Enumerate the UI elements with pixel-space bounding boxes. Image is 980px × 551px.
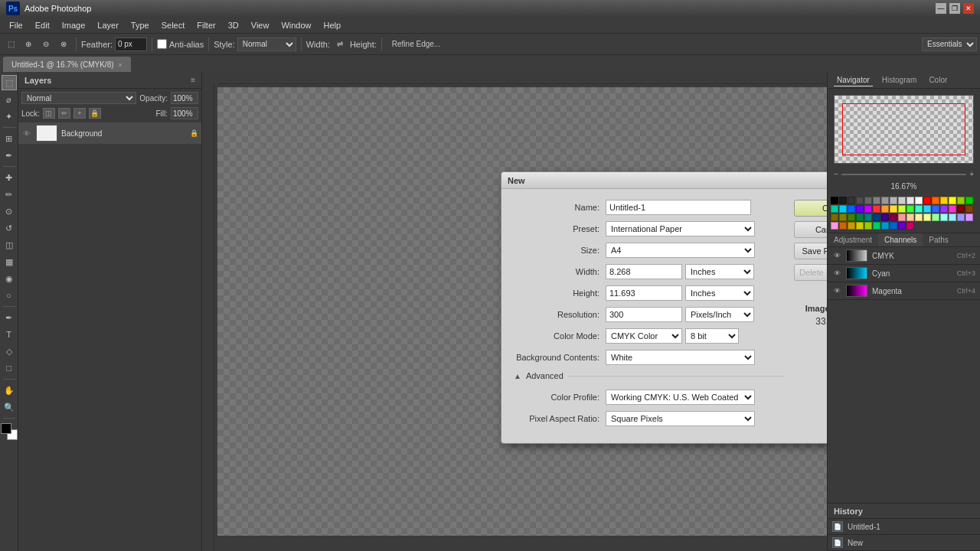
- tool-magic-wand[interactable]: ✦: [2, 109, 17, 124]
- swatch-6600ff[interactable]: [856, 205, 864, 213]
- swatch-008040[interactable]: [856, 214, 864, 221]
- channel-cmyk[interactable]: 👁 CMYK Ctrl+2: [828, 247, 980, 265]
- swatch-ffee99[interactable]: [915, 214, 923, 221]
- swatch-cc9900[interactable]: [848, 222, 855, 230]
- toolbar-marquee-btn[interactable]: ⬚: [3, 37, 18, 52]
- swatch-408000[interactable]: [848, 214, 855, 221]
- swatch-33ff33[interactable]: [906, 205, 914, 213]
- tool-gradient[interactable]: ▦: [2, 254, 17, 269]
- tool-path-select[interactable]: ◇: [2, 344, 17, 359]
- swatch-cccc00[interactable]: [856, 222, 864, 230]
- menu-edit[interactable]: Edit: [29, 19, 56, 31]
- swatch-00ccff[interactable]: [839, 205, 847, 213]
- delete-preset-button[interactable]: Delete Preset...: [794, 264, 827, 281]
- layer-eye-icon[interactable]: 👁: [21, 129, 32, 138]
- feather-input[interactable]: [115, 37, 147, 51]
- channel-magenta-eye[interactable]: 👁: [832, 286, 841, 295]
- swatch-cccccc[interactable]: [898, 197, 906, 204]
- swatch-00cc00[interactable]: [965, 197, 973, 204]
- swatch-0099cc[interactable]: [881, 222, 889, 230]
- swatch-0066cc[interactable]: [890, 222, 897, 230]
- doc-tab[interactable]: Untitled-1 @ 16.7% (CMYK/8) ×: [3, 57, 131, 72]
- opacity-input[interactable]: [171, 92, 198, 104]
- swatch-800040[interactable]: [890, 214, 897, 221]
- swatch-ff6600[interactable]: [932, 197, 939, 204]
- swatch-3366ff[interactable]: [932, 205, 939, 213]
- swap-wh-btn[interactable]: ⇌: [332, 37, 348, 52]
- swatch-ff0000[interactable]: [923, 197, 931, 204]
- swatch-806600[interactable]: [831, 214, 838, 221]
- history-item-1[interactable]: 📄 New: [828, 535, 980, 551]
- color-depth-select[interactable]: 8 bit16 bit: [685, 328, 739, 344]
- maximize-button[interactable]: ❐: [949, 3, 960, 14]
- swatch-ffdd33[interactable]: [890, 205, 897, 213]
- refine-edge-btn[interactable]: Refine Edge...: [387, 37, 446, 52]
- height-input[interactable]: [606, 285, 682, 301]
- width-input[interactable]: [606, 264, 682, 279]
- swatch-0066ff[interactable]: [848, 205, 855, 213]
- swatch-cc0066[interactable]: [906, 222, 914, 230]
- tool-history-brush[interactable]: ↺: [2, 220, 17, 236]
- layer-item-background[interactable]: 👁 Background 🔒: [18, 122, 201, 145]
- swatch-b3b3b3[interactable]: [890, 197, 897, 204]
- zoom-out-icon[interactable]: −: [834, 170, 838, 178]
- swatch-004080[interactable]: [873, 214, 880, 221]
- toolbar-new-btn[interactable]: ⊕: [21, 37, 36, 52]
- menu-view[interactable]: View: [245, 19, 276, 31]
- bg-contents-select[interactable]: WhiteBackground ColorTransparent: [606, 350, 755, 365]
- resolution-unit-select[interactable]: Pixels/InchPixels/cm: [685, 307, 754, 322]
- swatch-cc6600[interactable]: [839, 222, 847, 230]
- swatch-99cc00[interactable]: [864, 222, 872, 230]
- tool-pen[interactable]: ✒: [2, 310, 17, 325]
- tool-crop[interactable]: ⊞: [2, 131, 17, 146]
- menu-file[interactable]: File: [3, 19, 29, 31]
- menu-image[interactable]: Image: [56, 19, 92, 31]
- toolbar-intersect-btn[interactable]: ⊗: [56, 37, 71, 52]
- swatch-666666[interactable]: [864, 197, 872, 204]
- cancel-button[interactable]: Cancel: [794, 221, 827, 238]
- doc-tab-close[interactable]: ×: [119, 61, 122, 69]
- height-unit-select[interactable]: InchesPixelscm: [685, 285, 754, 301]
- swatch-4d4d4d[interactable]: [856, 197, 864, 204]
- swatch-ccff33[interactable]: [898, 205, 906, 213]
- lock-pixels[interactable]: ✏: [58, 108, 70, 119]
- swatch-99cc00[interactable]: [957, 197, 965, 204]
- swatch-808000[interactable]: [839, 214, 847, 221]
- menu-3d[interactable]: 3D: [222, 19, 245, 31]
- tool-lasso[interactable]: ⌀: [2, 92, 17, 107]
- swatch-ff9999[interactable]: [898, 214, 906, 221]
- swatch-9999ff[interactable]: [957, 214, 965, 221]
- canvas-area[interactable]: /* ruler ticks */ New ✕ Name:: [202, 72, 827, 551]
- menu-layer[interactable]: Layer: [91, 19, 125, 31]
- swatch-ffff00[interactable]: [949, 197, 956, 204]
- fg-color-swatch[interactable]: [1, 423, 11, 434]
- adjustment-tab[interactable]: Adjustment: [828, 233, 878, 246]
- tool-clone[interactable]: ⊙: [2, 204, 17, 219]
- save-preset-button[interactable]: Save Preset...: [794, 243, 827, 259]
- channels-tab[interactable]: Channels: [878, 233, 923, 246]
- swatch-6600cc[interactable]: [898, 222, 906, 230]
- swatch-33ffcc[interactable]: [915, 205, 923, 213]
- swatch-333333[interactable]: [848, 197, 855, 204]
- tool-healing[interactable]: ✚: [2, 170, 17, 185]
- swatch-ffcc99[interactable]: [906, 214, 914, 221]
- lock-transparent[interactable]: ◫: [43, 108, 55, 119]
- swatch-1a1a1a[interactable]: [839, 197, 847, 204]
- swatch-ff3333[interactable]: [873, 205, 880, 213]
- swatch-99eeff[interactable]: [949, 214, 956, 221]
- swatch-ff33cc[interactable]: [949, 205, 956, 213]
- histogram-tab[interactable]: Histogram: [879, 74, 920, 86]
- swatch-dd99ff[interactable]: [965, 214, 973, 221]
- blend-mode-select[interactable]: Normal: [21, 92, 136, 104]
- preset-select[interactable]: International Paper: [606, 221, 755, 236]
- lock-all[interactable]: 🔒: [89, 108, 101, 119]
- width-unit-select[interactable]: InchesPixelscm: [685, 264, 754, 279]
- color-mode-select[interactable]: CMYK ColorRGB Color: [606, 328, 682, 344]
- resolution-input[interactable]: [606, 307, 682, 322]
- tool-brush[interactable]: ✏: [2, 187, 17, 202]
- menu-window[interactable]: Window: [275, 19, 317, 31]
- antialias-checkbox[interactable]: [157, 39, 167, 49]
- menu-select[interactable]: Select: [155, 19, 191, 31]
- swatch-33ccff[interactable]: [923, 205, 931, 213]
- close-button[interactable]: ✕: [963, 3, 974, 14]
